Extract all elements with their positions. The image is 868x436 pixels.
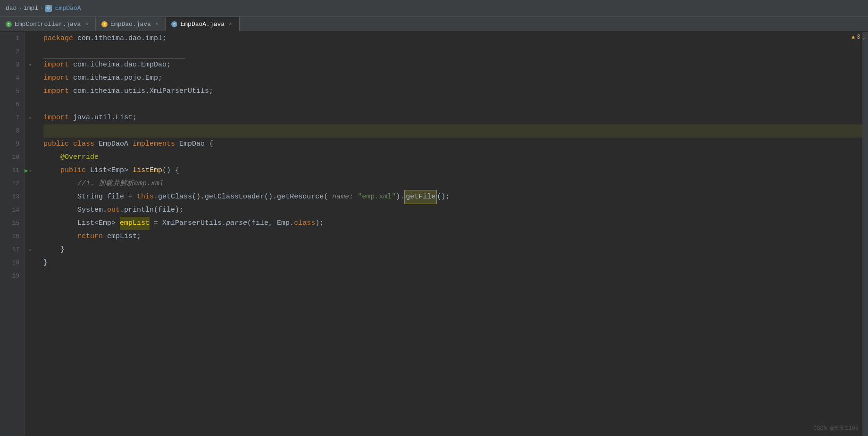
gutter-9 — [25, 138, 36, 151]
fold-icon-3[interactable]: ▿ — [29, 62, 32, 68]
getFile-highlight: getFile — [404, 190, 437, 204]
gutter-10 — [25, 151, 36, 164]
close-emp-dao[interactable]: × — [154, 21, 160, 27]
code-line-14: System.out.println(file); — [43, 204, 862, 217]
gutter-4 — [25, 72, 36, 85]
tab-label-emp-dao-a: EmpDaoA.java — [180, 21, 225, 28]
gutter-8 — [25, 124, 36, 138]
breadcrumb-classname: EmpDaoA — [55, 5, 81, 12]
code-line-1: package com.itheima.dao.impl; — [43, 32, 862, 45]
code-content[interactable]: package com.itheima.dao.impl; import com… — [36, 32, 862, 436]
code-line-11: public List<Emp> listEmp() { — [43, 164, 862, 177]
code-line-12: //1. 加载并解析emp.xml — [43, 177, 862, 190]
fold-icon-11[interactable]: ▿ — [29, 168, 32, 173]
gutter-1 — [25, 32, 36, 45]
line-num-19: 19 — [0, 270, 24, 283]
kw-public-2: public — [60, 164, 86, 177]
gutter-12 — [25, 177, 36, 190]
kw-import-3: import — [43, 85, 69, 98]
code-line-19 — [43, 270, 862, 283]
line-num-1: 1 — [0, 32, 24, 45]
class-icon: C — [45, 5, 52, 12]
scroll-up-arrow[interactable]: ⌄ — [862, 34, 865, 41]
tab-bar: C EmpController.java × I EmpDao.java × C… — [0, 17, 868, 32]
tab-label-emp-dao: EmpDao.java — [110, 21, 151, 28]
tab-emp-controller[interactable]: C EmpController.java × — [0, 17, 96, 31]
line-num-17: 17 — [0, 243, 24, 256]
kw-class-2: class — [294, 217, 315, 230]
gutter-11: ▶ ▿ — [25, 164, 36, 177]
code-line-18: } — [43, 256, 862, 270]
run-icon-11[interactable]: ▶ — [25, 167, 28, 174]
code-line-3: import com.itheima.dao.EmpDao; — [43, 58, 862, 72]
breadcrumb: dao › impl › C EmpDaoA — [6, 5, 81, 12]
gutter-2 — [25, 45, 36, 58]
comment-1: //1. 加载并解析emp.xml — [77, 177, 164, 190]
code-line-15: List<Emp> empList = XmlParserUtils.parse… — [43, 217, 862, 230]
close-emp-dao-a[interactable]: × — [227, 21, 234, 27]
kw-implements: implements — [133, 138, 175, 151]
code-line-8 — [43, 124, 862, 138]
line-num-4: 4 — [0, 72, 24, 85]
code-line-4: import com.itheima.pojo.Emp; — [43, 72, 862, 85]
gutter-18 — [25, 256, 36, 270]
annotation-override: @Override — [60, 151, 99, 164]
param-hint-name: name: — [328, 190, 353, 204]
fold-icon-7[interactable]: ▿ — [29, 115, 32, 121]
method-listEmp: listEmp — [133, 164, 162, 177]
code-line-2 — [43, 45, 862, 58]
gutter-6 — [25, 98, 36, 111]
kw-class: class — [73, 138, 94, 151]
line-num-18: 18 — [0, 256, 24, 270]
kw-import-4: import — [43, 111, 69, 124]
tab-icon-emp-dao-a: C — [171, 21, 177, 27]
line-num-10: 10 — [0, 151, 24, 164]
line-num-8: 8 — [0, 124, 24, 138]
line-num-13: 13 — [0, 190, 24, 204]
gutter-14 — [25, 204, 36, 217]
code-line-16: return empList; — [43, 230, 862, 243]
line-num-11: 11 — [0, 164, 24, 177]
tab-icon-emp-controller: C — [6, 21, 12, 27]
gutter-3: ▿ — [25, 58, 36, 72]
gutter-17: ▿ — [25, 243, 36, 256]
kw-import-1: import — [43, 58, 69, 72]
kw-out: out — [107, 204, 120, 217]
line-num-7: 7 — [0, 111, 24, 124]
empList-highlight: empList — [120, 217, 150, 230]
kw-return: return — [77, 230, 103, 243]
fold-icon-17[interactable]: ▿ — [29, 247, 32, 253]
warning-count: 3 — [857, 34, 860, 41]
line-num-6: 6 — [0, 98, 24, 111]
line-num-9: 9 — [0, 138, 24, 151]
title-bar: dao › impl › C EmpDaoA — [0, 0, 868, 17]
kw-package: package — [43, 32, 73, 45]
warning-indicator: ▲ 3 ⌄ — [849, 32, 868, 42]
warning-triangle: ▲ — [851, 34, 855, 41]
editor-area: 1 2 3 4 5 6 7 8 9 10 11 12 13 14 15 16 1… — [0, 32, 868, 436]
kw-import-2: import — [43, 72, 69, 85]
code-line-10: @Override — [43, 151, 862, 164]
watermark: CSDN @长安1108 — [813, 424, 859, 432]
code-line-13: String file = this.getClass().getClassLo… — [43, 190, 862, 204]
line-num-2: 2 — [0, 45, 24, 58]
gutter-7: ▿ — [25, 111, 36, 124]
str-emp-xml: "emp.xml" — [358, 190, 396, 204]
line-num-3: 3 — [0, 58, 24, 72]
tab-icon-emp-dao: I — [101, 21, 108, 27]
line-num-16: 16 — [0, 230, 24, 243]
code-line-7: import java.util.List; — [43, 111, 862, 124]
close-emp-controller[interactable]: × — [83, 21, 90, 27]
code-line-5: import com.itheima.utils.XmlParserUtils; — [43, 85, 862, 98]
breadcrumb-dao: dao — [6, 5, 17, 12]
scrollbar[interactable]: ▲ 3 ⌄ — [862, 32, 868, 436]
tab-emp-dao-a[interactable]: C EmpDaoA.java × — [166, 17, 239, 31]
line-num-5: 5 — [0, 85, 24, 98]
tab-emp-dao[interactable]: I EmpDao.java × — [96, 17, 166, 31]
line-numbers: 1 2 3 4 5 6 7 8 9 10 11 12 13 14 15 16 1… — [0, 32, 25, 436]
code-line-17: } — [43, 243, 862, 256]
line-num-12: 12 — [0, 177, 24, 190]
code-line-6 — [43, 98, 862, 111]
line-num-15: 15 — [0, 217, 24, 230]
gutter-5 — [25, 85, 36, 98]
